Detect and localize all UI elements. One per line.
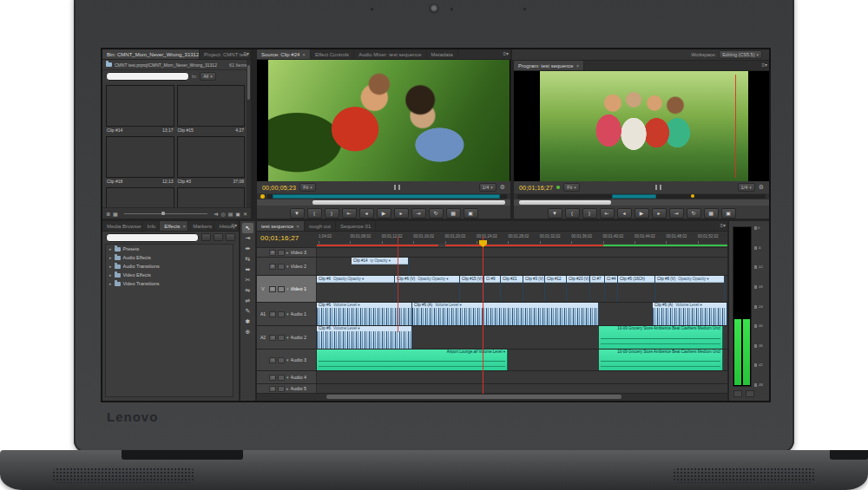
pen-tool-button[interactable]: ✎ [242,306,253,317]
rolling-edit-tool-button[interactable]: ⇆ [242,254,253,265]
lock-track-icon[interactable] [278,311,285,317]
tab-source-clip-24[interactable]: Source: Clip #24× [257,49,311,59]
tab-rough-cut[interactable]: rough cut [305,221,336,231]
source-clip-bar[interactable] [267,194,507,199]
source-scrollbar[interactable] [257,199,510,206]
tab-markers[interactable]: Markers [188,221,214,231]
source-resolution-dropdown[interactable]: 1/4 [479,183,496,192]
settings-wrench-icon[interactable]: ⚙ [759,184,764,191]
source-patch-label[interactable]: V [259,286,267,291]
effects-folder-video-transitions[interactable]: ▸Video Transitions [106,279,233,288]
toggle-track-mute-icon[interactable]: ◁ [269,335,276,341]
mark-out-button[interactable]: } [325,208,339,219]
tab-effects[interactable]: Effects× [160,221,188,231]
new-bin-icon[interactable]: ▤ [228,211,233,217]
clip-thumbnail[interactable] [177,136,246,178]
track-content-audio-5[interactable] [317,384,727,393]
timeline-clip-clip-23-v[interactable]: Clip #23 (V) [567,276,590,302]
find-icon[interactable]: ◎ [220,211,225,217]
track-header-audio-1[interactable]: A1◁▾Audio 1 [257,303,317,325]
add-marker-button[interactable]: ▼ [548,208,562,219]
new-item-icon[interactable]: ▣ [235,211,240,217]
play-button[interactable]: ▶ [635,208,649,219]
toggle-track-output-icon[interactable]: ⊙ [269,250,276,256]
track-header-audio-5[interactable]: ◁▸Audio 5 [257,384,317,393]
project-clip-item[interactable] [177,187,246,207]
slide-tool-button[interactable]: ⇌ [242,296,253,306]
panel-menu-icon[interactable]: ≡▾ [503,51,509,57]
lock-track-icon[interactable] [278,264,285,270]
automate-to-sequence-icon[interactable]: ⇉ [214,211,218,217]
go-to-in-button[interactable]: ⇤ [600,208,615,219]
track-header-audio-2[interactable]: A2◁▾Audio 2 [257,326,317,349]
mark-in-button[interactable]: { [307,208,322,219]
timeline-ruler[interactable]: 1;04;0200;01;08;0200;01;12;0200;01;16;02… [317,232,727,245]
list-view-icon[interactable]: ≣ [106,211,110,217]
track-header-video-2[interactable]: ⊙▾Video 2 [257,258,317,275]
track-header-audio-4[interactable]: ◁▾Audio 4 [257,371,317,383]
timeline-clip-clip-6-a[interactable]: Clip #6 (A)Volume:Level ▾ [412,303,599,325]
project-scrollbar[interactable] [247,60,251,207]
track-content-audio-4[interactable] [317,371,727,383]
mark-in-button[interactable]: { [565,208,580,219]
toggle-track-mute-icon[interactable]: ◁ [269,357,276,363]
tab-info[interactable]: Info [142,221,160,231]
track-content-audio-3[interactable]: Airport Lounge.aif Volume:Level ▾10-09 G… [317,350,727,370]
collapse-track-icon[interactable]: ▸ [286,386,289,391]
mark-out-button[interactable]: } [582,208,597,219]
export-frame-button[interactable]: ▣ [464,208,478,219]
track-header-video-1[interactable]: V⊙▾Video 1 [257,276,317,302]
project-clip-clip-18[interactable]: Clip #1812;13 [106,136,174,185]
toggle-track-mute-icon[interactable]: ◁ [269,386,276,392]
timeline-clip-cl-4[interactable]: Cl #4 [605,276,618,302]
track-select-tool-button[interactable]: ⇥ [242,233,253,244]
track-header-video-3[interactable]: ⊙▸Video 3 [257,248,317,257]
tab-program-test-sequence[interactable]: Program: test sequence× [514,61,584,70]
tab-audio-mixer-test-sequence[interactable]: Audio Mixer: test sequence [354,49,426,59]
track-content-video-3[interactable] [317,248,727,257]
project-clip-clip-15[interactable]: Clip #154;27 [177,85,246,134]
filter-audio-icon[interactable] [201,233,211,241]
timeline-clip-clip-15-v[interactable]: Clip #15 (V) [460,276,484,302]
close-tab-icon[interactable]: × [576,63,580,69]
clip-thumbnail[interactable] [106,187,174,207]
panel-menu-icon[interactable]: ≡▾ [243,51,249,57]
source-patch-label[interactable]: A2 [259,335,267,340]
project-search-input[interactable] [106,72,189,81]
tab-media-browser[interactable]: Media Browser [102,221,142,231]
effects-folder-audio-transitions[interactable]: ▸Audio Transitions [106,262,233,271]
timeline-clip-clip-6[interactable]: Clip #6Opacity:Opacity ▾ [317,276,395,302]
lock-track-icon[interactable] [278,250,285,256]
toggle-track-output-icon[interactable]: ⊙ [269,286,276,292]
tab-sequence-01[interactable]: Sequence 01 [336,221,376,231]
collapse-track-icon[interactable]: ▾ [286,311,289,317]
play-button[interactable]: ▶ [377,208,391,219]
collapse-track-icon[interactable]: ▾ [286,375,289,380]
timeline-clip-clip-21[interactable]: Clip #21 [501,276,523,302]
lock-track-icon[interactable] [278,357,285,363]
go-to-out-button[interactable]: ⇥ [411,208,426,219]
icon-view-icon[interactable]: ▦ [113,211,118,217]
program-scrollbar[interactable] [514,199,769,206]
program-resolution-dropdown[interactable]: 1/4 [738,183,755,192]
safe-margins-button[interactable]: ▦ [446,208,461,219]
loop-button[interactable]: ↻ [687,208,701,219]
timeline-hscrollbar[interactable] [257,394,727,401]
track-content-video-1[interactable]: Clip #6Opacity:Opacity ▾Clip #6 (V)Opaci… [317,276,727,302]
razor-tool-button[interactable]: ✂ [242,275,253,285]
program-work-area-bar[interactable] [517,194,766,199]
toggle-track-output-icon[interactable]: ⊙ [269,264,276,270]
tab-effect-controls[interactable]: Effect Controls [311,49,354,59]
timeline-clip-clip-6-a[interactable]: Clip #6 (A)Volume:Level ▾ [653,303,727,325]
timeline-clip-clip-5-16ch[interactable]: Clip #5 (16Ch) [618,276,655,302]
clip-thumbnail[interactable] [177,85,246,127]
step-forward-button[interactable]: ▸ [652,208,667,219]
thumbnail-zoom-slider[interactable] [124,213,208,214]
source-zoom-dropdown[interactable]: Fit [299,183,316,192]
timeline-clip-airport-lounge-aif-volume-level[interactable]: Airport Lounge.aif Volume:Level ▾ [317,350,508,370]
track-content-audio-2[interactable]: Clip #6Volume:Level ▾10-09 Grocery Store… [317,326,727,349]
step-back-button[interactable]: ◂ [359,208,374,219]
clip-thumbnail[interactable] [106,85,174,127]
effects-search-input[interactable] [106,233,199,242]
lock-track-icon[interactable] [278,375,285,381]
